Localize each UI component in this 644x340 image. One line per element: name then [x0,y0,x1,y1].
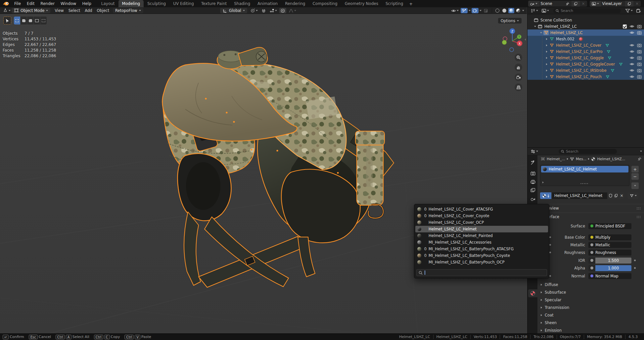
tab-texture-paint[interactable]: Texture Paint [198,0,230,7]
outliner-row-gogglecover[interactable]: Helmet_LSHZ_LC_GoggleCover [528,61,644,67]
proportional-falloff-dropdown[interactable] [288,8,297,13]
camera-visibility-icon[interactable] [637,56,642,60]
snap-toggle[interactable] [260,8,267,13]
tab-layout[interactable]: Layout [98,0,118,7]
breadcrumb-mesh[interactable]: Mes... [576,157,586,161]
pan-button[interactable] [515,64,522,71]
preview-section-header[interactable]: Preview [537,204,644,212]
normal-field[interactable]: Normal Map [588,273,631,279]
popup-item-selected[interactable]: Helmet_LSHZ_LC_Helmet [415,226,548,232]
shading-wireframe-button[interactable] [494,8,500,13]
select-mode-invert-button[interactable] [34,17,40,24]
section-subsurface[interactable]: Subsurface [541,289,566,295]
tab-output[interactable] [528,178,537,186]
scene-pin-button[interactable] [563,1,572,7]
material-name-field[interactable]: Helmet_LSHZ_LC_Helmet [552,192,607,199]
outliner-row-scene-collection[interactable]: Scene Collection [528,17,644,23]
collection-checkbox[interactable] [623,24,627,28]
tab-view-layer[interactable] [528,186,537,194]
outliner-item-label[interactable]: Helmet_LSHZ_LC_EarPro [556,49,603,54]
add-workspace-button[interactable]: + [407,0,415,7]
menu-object[interactable]: Object [95,8,112,13]
outliner-row-goggle[interactable]: Helmet_LSHZ_LC_Goggle [528,55,644,61]
outliner-item-label[interactable]: Helmet_LSHZ_LC_Pouch [556,74,602,79]
popup-item[interactable]: 0Helmet_LSHZ_LC_Cover_Coyote [415,213,548,219]
section-emission[interactable]: Emission [541,327,562,333]
popup-item[interactable]: 0Helmet_LSHZ_LC_Cover_ATACSFG [415,206,548,213]
outliner-item-label[interactable]: Helmet_LSHZ_LC_GoggleCover [556,62,615,67]
scene-name[interactable]: Scene [539,1,563,6]
outliner-filter-type-dropdown[interactable] [540,8,550,13]
viewlayer-browse-button[interactable] [590,1,601,7]
select-mode-set-button[interactable] [14,17,20,24]
outliner-search-input[interactable] [561,9,619,13]
orientation-dropdown[interactable]: Global [220,8,247,13]
camera-visibility-icon[interactable] [637,62,642,66]
new-collection-button[interactable] [635,8,642,13]
camera-visibility-icon[interactable] [637,75,642,79]
pin-icon[interactable] [637,157,641,161]
tab-animation[interactable]: Animation [254,0,281,7]
outliner-item-label[interactable]: Helmet_LSHZ_LC [544,24,577,29]
section-diffuse[interactable]: Diffuse [541,281,558,288]
ior-slider[interactable]: 1.500 [595,258,631,264]
proportional-editing-toggle[interactable] [279,8,286,13]
popup-item[interactable]: 0MI_Helmet_LSHZ_LC_BatteryPouch_ATACSFG [415,246,548,252]
gizmo-x-axis[interactable]: X [519,42,521,45]
snap-settings-dropdown[interactable] [268,8,278,13]
surface-section-header[interactable]: Surface [537,213,644,220]
properties-editor-type-button[interactable] [529,149,539,154]
slot-specials-button[interactable] [631,182,639,189]
outliner-row-object-helmet[interactable]: Helmet_LSHZ_LC [528,29,644,36]
navigation-gizmo[interactable]: Z X Y [500,28,525,53]
menu-window[interactable]: Window [58,0,79,7]
material-slot-active[interactable]: Helmet_LSHZ_LC_Helmet [541,166,628,172]
camera-visibility-icon[interactable] [637,43,642,47]
camera-visibility-icon[interactable] [637,50,642,54]
outliner-row-earpro[interactable]: Helmet_LSHZ_LC_EarPro [528,48,644,55]
outliner-row-cover[interactable]: Helmet_LSHZ_LC_Cover [528,42,644,48]
popup-item[interactable]: MI_Helmet_LSHZ_LC_BatteryPouch_OCP [415,259,548,266]
hide-eye-icon[interactable] [629,69,634,72]
section-coat[interactable]: Coat [541,312,554,318]
camera-view-button[interactable] [515,73,522,81]
collapsed-chevron-icon[interactable] [546,51,547,53]
tab-rendering[interactable]: Rendering [281,0,309,7]
outliner-search[interactable] [553,8,621,13]
surface-shader-field[interactable]: Principled BSDF [588,223,631,229]
select-mode-subtract-button[interactable] [27,17,33,24]
breadcrumb-material[interactable]: Helmet_LSHZ... [597,157,625,161]
properties-search[interactable] [559,149,617,154]
camera-visibility-icon[interactable] [637,31,642,35]
popup-item[interactable]: MI_Helmet_LSHZ_LC_Accessories [415,239,548,246]
scene-unlink-button[interactable]: × [580,1,587,7]
slot-list-expand[interactable] [542,180,544,184]
section-transmission[interactable]: Transmission [541,304,569,311]
tab-material[interactable] [528,289,537,297]
outliner-row-collection-helmet[interactable]: Helmet_LSHZ_LC [528,23,644,29]
camera-visibility-icon[interactable] [637,69,642,73]
section-specular[interactable]: Specular [541,297,561,303]
collapsed-chevron-icon[interactable] [546,44,547,46]
viewlayer-remove-button[interactable]: × [633,1,641,7]
popup-item[interactable]: Helmet_LSHZ_LC_Helmet_Painted [415,232,548,239]
hide-eye-icon[interactable] [629,56,634,60]
hide-eye-icon[interactable] [629,31,634,34]
material-link-dropdown[interactable] [627,192,639,199]
collapsed-chevron-icon[interactable] [546,63,547,65]
unlink-material-button[interactable]: × [619,192,624,199]
hide-eye-icon[interactable] [629,62,634,66]
camera-visibility-icon[interactable] [637,24,642,28]
tab-shading[interactable]: Shading [230,0,254,7]
properties-search-input[interactable] [566,149,615,154]
breadcrumb-object[interactable]: Helmet_... [547,157,565,161]
list-resize-grip[interactable] [580,183,588,184]
scene-browse-button[interactable] [528,1,539,7]
menu-add[interactable]: Add [82,8,94,13]
outliner-filter-dropdown[interactable] [624,8,634,13]
base-color-field[interactable]: Multiply [588,234,631,240]
outliner-row-mesh-002[interactable]: Mesh.002 [528,36,644,42]
menu-select[interactable]: Select [66,8,82,13]
alpha-socket-button[interactable] [588,265,595,271]
hide-eye-icon[interactable] [629,24,634,28]
